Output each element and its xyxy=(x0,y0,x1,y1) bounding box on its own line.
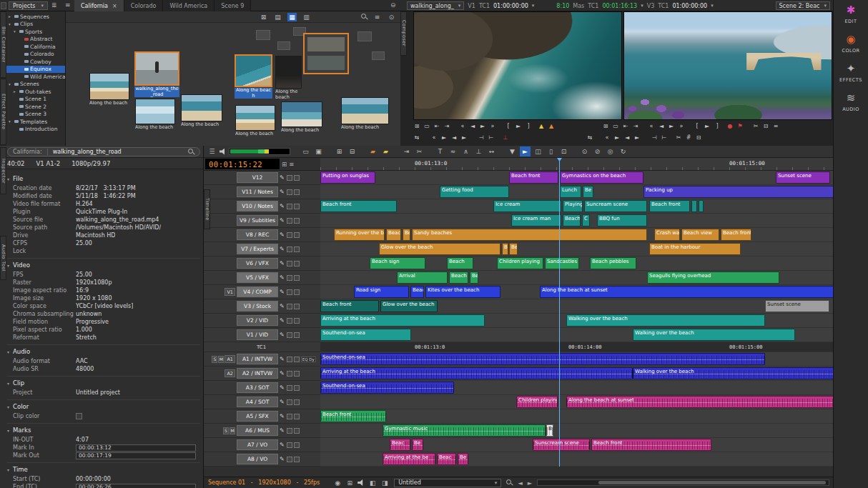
clip-walking-over-the-beach[interactable]: Walking over the beach xyxy=(566,314,765,327)
bin-clip-along-the-beach[interactable]: Along the beach xyxy=(89,73,129,106)
bin-clip-along-the-beach[interactable]: Along the beach xyxy=(181,94,222,128)
monitor-toggle[interactable] xyxy=(287,442,292,448)
bin-tree-item-scenes[interactable]: ▾Scenes xyxy=(6,81,65,89)
mute-button-icon[interactable]: ⊘ xyxy=(592,146,603,156)
clip-beach-front[interactable]: Beach front xyxy=(320,410,386,422)
record-go-to-out-icon[interactable]: ⇥ xyxy=(631,121,641,131)
sequence-dropdown[interactable]: Untitled ▾ xyxy=(394,479,501,487)
timeline-scrollbar[interactable] xyxy=(537,479,829,486)
dual-image-icon[interactable]: ◫ xyxy=(533,146,543,156)
lock-toggle[interactable] xyxy=(294,232,300,238)
clip-beach-front[interactable]: Beach front xyxy=(721,229,751,241)
clip-beach-front[interactable]: Beach front xyxy=(320,200,397,212)
lock-toggle[interactable] xyxy=(294,428,300,434)
monitor-toggle[interactable] xyxy=(287,318,292,324)
clip-gymnastics-on-the-beach[interactable]: Gymnastics on the beach xyxy=(560,171,643,184)
clip-road-sign[interactable]: Road sign xyxy=(354,286,409,298)
clip-beac[interactable]: Beac xyxy=(390,439,410,451)
bin-tab-menu-icon[interactable]: ≡ xyxy=(65,1,71,9)
timeline-speaker-icon[interactable] xyxy=(220,149,227,155)
mode-edit[interactable]: ✱EDIT xyxy=(845,4,857,24)
chevron-down-icon[interactable]: ▾ xyxy=(641,3,643,9)
track-name-button[interactable]: V6 / VFX xyxy=(237,258,278,269)
section-header-video[interactable]: ▾Video xyxy=(7,260,200,271)
bin-tree-item-clips[interactable]: ▾Clips xyxy=(6,21,65,29)
property-input-end-tc[interactable]: 00:00:26:26 xyxy=(76,484,196,488)
record-button-icon[interactable]: ● xyxy=(725,121,735,131)
clip-be[interactable]: Be xyxy=(470,272,478,284)
monitor-toggle[interactable] xyxy=(287,218,292,224)
mute-button[interactable]: M xyxy=(218,356,224,363)
source-mark-out-icon[interactable]: ] xyxy=(523,121,533,131)
clip-be[interactable]: Be xyxy=(412,439,423,451)
source-clip-dropdown[interactable]: walking_along_ ▾ xyxy=(407,1,464,10)
clip-southend-on-sea[interactable]: Southend-on-sea xyxy=(320,382,454,394)
trim-mode-icon[interactable]: ▼ xyxy=(507,146,518,156)
bin-tree-item-templates[interactable]: ▾Templates xyxy=(6,118,65,126)
track-name-button[interactable]: A8 / VO xyxy=(237,454,278,464)
source-step-back-icon[interactable]: ◄ xyxy=(468,121,478,131)
audio-tool-tab[interactable]: Audio Tool xyxy=(0,236,6,280)
inspector-tab[interactable]: Inspector xyxy=(0,147,6,194)
clip-ice-cream-man[interactable]: Ice cream man xyxy=(511,214,561,226)
clip-arriving-at-the-beach[interactable]: Arriving at the beach xyxy=(320,314,485,327)
record-go-to-in-icon[interactable]: ⇤ xyxy=(621,121,631,131)
source-rewind-icon[interactable]: « xyxy=(458,121,468,131)
track-name-button[interactable]: V2 / VID xyxy=(237,315,278,326)
clip-arrival[interactable]: Arrival xyxy=(397,272,448,284)
track-name-button[interactable]: A7 / VO xyxy=(237,439,278,450)
app-icon[interactable] xyxy=(1,2,6,9)
section-header-audio[interactable]: ▾Audio xyxy=(7,347,200,357)
bin-clip-walking-along-the-road[interactable]: walking_along_the_road xyxy=(134,51,179,97)
lock-toggle[interactable] xyxy=(294,275,300,281)
clip-children-playing[interactable]: Children playing xyxy=(516,396,558,408)
pencil-icon[interactable]: ✎ xyxy=(280,189,285,195)
clip-along-the-beach-at-sunset[interactable]: Along the beach at sunset xyxy=(540,286,834,298)
frame-forward-2-icon[interactable]: ► xyxy=(632,133,642,142)
go-to-next-edit-2-icon[interactable]: ⊢ xyxy=(659,133,669,142)
frame-back-2-icon[interactable]: ◄ xyxy=(622,133,632,142)
bin-panel-menu-icon[interactable]: ⊙ xyxy=(387,13,396,21)
swap-source-record-2-icon[interactable]: ⇆ xyxy=(585,133,595,142)
timeline-ruler[interactable]: 00:01:13:000:01:15:00 xyxy=(320,158,834,171)
bin-container-tab[interactable]: Bin Container xyxy=(0,11,6,78)
timeline-search-icon[interactable] xyxy=(506,479,513,486)
script-view-icon[interactable]: ▥ xyxy=(302,13,311,21)
bin-tab-california[interactable]: California× xyxy=(74,0,124,11)
record-monitor[interactable] xyxy=(623,11,832,120)
clip-beach[interactable]: Beach xyxy=(449,272,468,284)
bin-clip-along-the-beach[interactable]: Along the beach xyxy=(281,101,322,134)
mute-button[interactable]: M xyxy=(230,427,235,434)
bin-tree-item-cowboy[interactable]: Cowboy xyxy=(6,58,65,66)
composer-menu-icon[interactable]: ≡ xyxy=(771,121,781,131)
grid-tool-icon[interactable]: # xyxy=(684,133,694,142)
lock-toggle[interactable] xyxy=(294,189,300,195)
bin-tree-item-sports[interactable]: ▾Sports xyxy=(6,28,65,36)
clip-walking-over-the-beach[interactable]: Walking over the beach xyxy=(633,367,834,379)
pencil-icon[interactable]: ✎ xyxy=(280,174,285,181)
chevron-down-icon[interactable]: ▾ xyxy=(532,3,535,9)
lock-toggle[interactable] xyxy=(294,304,300,309)
bin-clip-along-the-beach[interactable]: Along the beach xyxy=(135,99,175,131)
go-to-previous-edit-2-icon[interactable]: ⊣ xyxy=(649,133,659,142)
scroll-right-icon[interactable]: ► xyxy=(528,479,533,487)
lock-toggle[interactable] xyxy=(294,332,300,338)
pencil-icon[interactable]: ✎ xyxy=(280,413,285,419)
lock-toggle[interactable] xyxy=(294,385,300,391)
monitor-toggle[interactable] xyxy=(287,232,292,238)
bin-clip-along-the-beach[interactable]: Along the beach xyxy=(275,56,302,100)
play-reverse-2-icon[interactable]: « xyxy=(602,133,612,142)
monitor-toggle[interactable] xyxy=(287,175,292,181)
clip-be[interactable]: Be xyxy=(583,186,593,198)
play-2-icon[interactable]: ► xyxy=(612,133,622,142)
pencil-icon[interactable]: ✎ xyxy=(280,289,285,295)
segment-select-icon[interactable]: ► xyxy=(520,146,531,156)
toggle-source-timeline-icon[interactable]: ▭ xyxy=(300,146,311,156)
playhead[interactable] xyxy=(559,158,560,467)
clip-beach-pebbles[interactable]: Beach pebbles xyxy=(590,257,636,269)
property-input-mark-in[interactable]: 00:00:13:12 xyxy=(76,444,196,452)
pencil-icon[interactable]: ✎ xyxy=(280,203,285,209)
clip-getting-food[interactable]: Getting food xyxy=(440,186,509,198)
bin-tree-item-california[interactable]: California xyxy=(6,43,65,51)
bin-tree-item-out-takes[interactable]: ▸Out-takes xyxy=(6,88,65,96)
